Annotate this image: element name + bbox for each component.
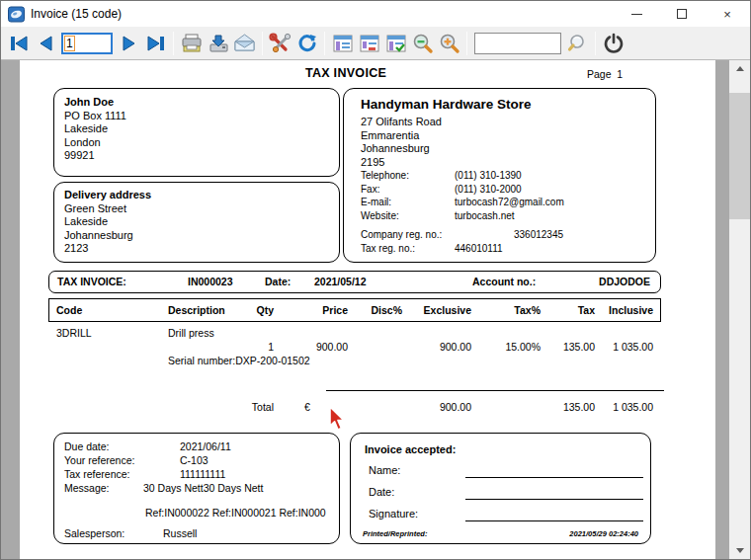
page-number-value: 1 [65, 37, 74, 50]
delivery-address-line: Johannesburg [64, 229, 329, 243]
message-label: Message: [64, 482, 110, 494]
total-tax: 135.00 [541, 401, 595, 413]
company-fax-row: Fax:(011) 310-2000 [361, 183, 655, 197]
next-page-button[interactable] [116, 30, 142, 56]
name-signature-line [465, 477, 643, 478]
total-divider-line [326, 390, 664, 391]
invoice-accepted-box: Invoice accepted: Name: Date: Signature:… [350, 433, 651, 544]
item-serial-number: Serial number:DXP-200-01502 [168, 355, 234, 366]
preview-gutter-left [1, 60, 20, 559]
item-qty: 1 [234, 341, 274, 353]
company-reg-row: Company reg. no.:336012345 [361, 228, 655, 242]
minimize-button[interactable] [614, 1, 659, 27]
acceptance-date-label: Date: [369, 486, 394, 498]
signature-line [465, 520, 643, 521]
item-description: Drill press [168, 327, 234, 339]
close-button[interactable]: × [705, 1, 750, 27]
due-date-label: Due date: [64, 440, 110, 452]
search-button[interactable] [564, 30, 591, 56]
your-reference-value: C-103 [180, 454, 209, 466]
delivery-address-line: 2123 [64, 242, 329, 256]
preview-gutter-right [715, 60, 729, 559]
mouse-cursor [328, 406, 347, 432]
report-layout-icon [332, 34, 354, 53]
window-title: Invoice (15 code) [31, 7, 122, 21]
delivery-address-box: Delivery address Green Street Lakeside J… [53, 182, 340, 263]
scroll-up-button[interactable] [729, 60, 750, 77]
toolbar-separator [595, 32, 596, 55]
previous-page-button[interactable] [32, 30, 58, 56]
company-name: Handyman Hardware Store [361, 97, 655, 112]
previous-page-icon [36, 35, 55, 52]
account-number: DDJODOE [599, 276, 650, 287]
settings-button[interactable] [267, 30, 293, 56]
report-layout-button-2[interactable] [356, 30, 382, 56]
account-label: Account no.: [472, 276, 536, 287]
scrollbar-thumb[interactable] [729, 93, 750, 219]
next-page-icon [120, 35, 139, 52]
page-indicator: Page 1 [587, 68, 623, 80]
customer-address-line: PO Box 1111 [64, 110, 329, 123]
total-inclusive: 1 035.00 [595, 401, 653, 413]
tax-reference-value: 111111111 [180, 468, 225, 480]
col-header-taxpct: Tax% [471, 304, 541, 316]
doc-type-label: TAX INVOICE: [57, 276, 126, 287]
col-header-code: Code [56, 304, 168, 316]
close-icon: × [723, 8, 731, 21]
item-exclusive: 900.00 [402, 341, 471, 353]
message-value: 30 Days Nett30 Days Nett [143, 482, 263, 494]
tax-reference-label: Tax reference: [64, 468, 130, 480]
refresh-button[interactable] [293, 30, 320, 56]
date-signature-line [465, 499, 643, 500]
item-code: 3DRILL [56, 327, 168, 339]
total-exclusive: 900.00 [402, 401, 471, 413]
zoom-in-icon [438, 33, 461, 54]
tools-icon [269, 33, 292, 54]
report-layout-button-3[interactable] [382, 30, 409, 56]
export-button[interactable] [205, 30, 231, 56]
printed-timestamp: 2021/05/29 02:24:40 [569, 529, 638, 538]
currency-symbol: € [304, 401, 324, 413]
last-page-icon [145, 35, 167, 52]
preview-area: TAX INVOICE Page 1 John Doe PO Box 1111 … [1, 60, 750, 559]
due-date-value: 2021/06/11 [180, 440, 231, 452]
zoom-out-button[interactable] [409, 30, 436, 56]
salesperson-value: Russell [163, 527, 197, 539]
scroll-up-icon [736, 66, 744, 71]
toolbar-separator [324, 32, 325, 55]
invoice-details-box: Due date: 2021/06/11 Your reference: C-1… [53, 433, 340, 544]
customer-address-box: John Doe PO Box 1111 Lakeside London 999… [53, 88, 340, 177]
company-telephone-row: Telephone:(011) 310-1390 [361, 169, 655, 183]
scroll-down-button[interactable] [729, 542, 750, 559]
title-bar: Invoice (15 code) × [1, 1, 750, 27]
report-layout-marked-icon [359, 34, 380, 53]
customer-address-line: Lakeside [64, 122, 329, 136]
zoom-out-icon [411, 33, 435, 54]
email-button[interactable] [231, 30, 258, 56]
page-number-input[interactable]: 1 [61, 33, 113, 54]
first-page-button[interactable] [5, 30, 32, 56]
vertical-scrollbar[interactable] [729, 60, 750, 559]
print-button[interactable] [178, 30, 205, 56]
search-icon [566, 33, 590, 54]
search-input[interactable] [474, 33, 561, 54]
customer-address-line: London [64, 136, 329, 150]
tax-reg-row: Tax reg. no.:446010111 [361, 242, 655, 256]
maximize-icon [677, 9, 687, 19]
print-icon [180, 33, 204, 54]
company-email-row: E-mail:turbocash72@gmail.com [361, 196, 655, 209]
invoice-number: IN000023 [188, 276, 233, 287]
zoom-in-button[interactable] [436, 30, 462, 56]
app-icon [8, 6, 25, 23]
company-website-row: Website:turbocash.net [361, 209, 655, 223]
power-exit-button[interactable] [600, 30, 626, 56]
maximize-button[interactable] [659, 1, 705, 27]
col-header-tax: Tax [541, 304, 595, 316]
last-page-button[interactable] [142, 30, 169, 56]
toolbar-separator [262, 32, 263, 55]
report-layout-button-1[interactable] [329, 30, 356, 56]
minimize-icon [631, 14, 642, 15]
report-layout-checked-icon [385, 34, 407, 53]
reference-list: Ref:IN000022 Ref:IN000021 Ref:IN000 [145, 507, 326, 519]
date-label: Date: [265, 276, 291, 287]
